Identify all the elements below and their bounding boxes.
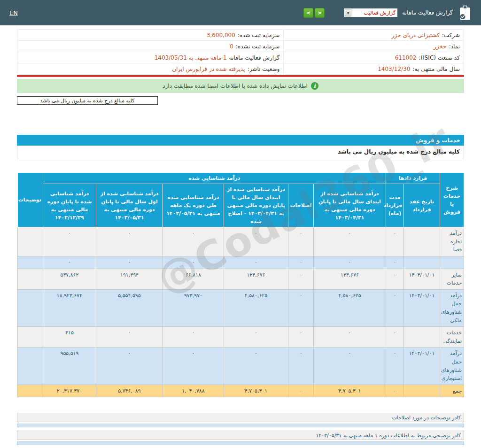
info-label: سرمایه ثبت شده: — [238, 32, 280, 39]
row-label: درآمد حمل شناورهای ملکی — [440, 289, 464, 326]
col-header-revenue-group: درآمد شناسایی شده — [43, 173, 386, 184]
language-switch-link[interactable]: EN — [9, 9, 18, 16]
table-cell: ۰ — [288, 256, 313, 269]
column-subheader: درآمد شناسایی شده از اول سال مالی تا پای… — [96, 184, 163, 227]
table-cell: ۶۶,۸۱۸ — [163, 269, 224, 289]
table-cell: ۰ — [313, 348, 386, 385]
table-cell: ۱۲۴,۶۷۶ — [224, 269, 288, 289]
column-subheader: درآمد شناسایی شده از ابتدای سال مالی تا … — [224, 184, 288, 227]
table-cell: ۱۹۱,۴۹۴ — [96, 269, 163, 289]
col-header-notes: توضیحات — [17, 173, 43, 227]
row-label: درآمد اجاره فضا — [440, 227, 464, 256]
table-cell: ۰ — [386, 269, 403, 289]
table-cell: ۰ — [386, 385, 403, 397]
info-cell-left: سرمایه ثبت شده:3,600,000 — [17, 30, 284, 41]
table-row: ۰۰۰۰۰۰۰ — [17, 256, 464, 269]
info-row: نماد:حخزرسرمایه ثبت نشده:0 — [17, 41, 464, 52]
main-table-body: درآمد اجاره فضا۰۰۰۰۰۰۰۰۰۰۰۰۰۰سایر خدمات۱… — [17, 227, 464, 397]
table-cell: ۴,۷۰۵,۳۰۱ — [224, 385, 288, 397]
table-cell: ۹۵۵,۵۱۹ — [43, 348, 96, 385]
report-select-value: گزارش فعالیت — [364, 10, 396, 16]
note-row: کادر توضیحات در مورد اصلاحات — [17, 413, 464, 422]
table-cell: ۴,۷۰۵,۳۰۱ — [313, 385, 386, 397]
info-label: گزارش فعالیت ماهانه — [229, 54, 280, 61]
main-table-head: شرح خدمات یا فروشقرارد دادهادرآمد شناسای… — [17, 173, 464, 227]
col-header-desc: شرح خدمات یا فروش — [440, 173, 464, 227]
info-label: سال مالی منتهی به: — [412, 66, 460, 72]
row-label: درآمد حمل شناورهای استیجاری — [440, 348, 464, 385]
signed-info-banner: i اطلاعات نمایش داده شده با اطلاعات امضا… — [17, 79, 464, 93]
table-cell: ۰ — [163, 227, 224, 256]
topbar: EN < > گزارش فعالیت ▼ گزارش فعالیت ماهان… — [0, 0, 481, 25]
table-cell: ۰ — [313, 327, 386, 348]
table-cell: ۰ — [224, 348, 288, 385]
table-cell: ۰ — [96, 327, 163, 348]
table-cell: ۰ — [224, 256, 288, 269]
prev-report-button[interactable]: < — [303, 8, 313, 18]
row-label: سایر خدمات — [440, 269, 464, 289]
info-value: 3,600,000 — [207, 32, 235, 39]
info-value: حخزر — [434, 43, 447, 50]
info-cell-left: وضعیت ناشر:پذیرفته شده در فرابورس ایران — [17, 63, 284, 75]
table-cell — [17, 289, 43, 326]
report-type-select[interactable]: گزارش فعالیت ▼ — [344, 8, 397, 17]
table-cell: ۰ — [163, 256, 224, 269]
table-cell — [17, 227, 43, 256]
table-cell: ۰ — [288, 289, 313, 326]
info-cell-right: کد صنعت (ISIC):611002 — [284, 52, 464, 63]
table-cell: ۰ — [288, 327, 313, 348]
info-value: پذیرفته شده در فرابورس ایران — [172, 66, 245, 72]
table-row: خدمات نمایندگی۰۰۰۰۰۰۳۱۵ — [17, 327, 464, 348]
table-cell: ۰ — [288, 269, 313, 289]
col-header-contracts-group: قرارد دادها — [386, 173, 440, 184]
info-icon: i — [311, 82, 318, 90]
info-cell-left: گزارش فعالیت ماهانه1 ماهه منتهی به 1403/… — [17, 52, 284, 63]
table-cell — [17, 348, 43, 385]
table-row: درآمد اجاره فضا۰۰۰۰۰۰۰ — [17, 227, 464, 256]
table-cell: ۰ — [313, 256, 386, 269]
table-cell: ۰ — [224, 227, 288, 256]
row-label: خدمات نمایندگی — [440, 327, 464, 348]
table-cell: ۵,۷۴۶,۰۸۹ — [96, 385, 163, 397]
table-cell: ۱۴۰۳/۰۱/۰۱ — [404, 269, 440, 289]
column-subheader: درآمد شناسایی شده طی دوره یک ماهه منتهی … — [163, 184, 224, 227]
table-cell: ۵۳۷,۸۶۲ — [43, 269, 96, 289]
info-row: کد صنعت (ISIC):611002گزارش فعالیت ماهانه… — [17, 52, 464, 63]
table-cell: ۱,۰۴۰,۷۸۸ — [163, 385, 224, 397]
next-report-button[interactable]: > — [315, 8, 325, 18]
info-row: سال مالی منتهی به:1403/12/30وضعیت ناشر:پ… — [17, 63, 464, 75]
table-cell: ۰ — [96, 256, 163, 269]
table-cell: ۰ — [288, 227, 313, 256]
info-label: نماد: — [449, 43, 460, 50]
table-cell: ۰ — [386, 256, 403, 269]
note-spacer-bar — [17, 441, 464, 445]
table-cell: ۰ — [386, 289, 403, 326]
table-cell: ۰ — [96, 348, 163, 385]
note-spacer-bar — [17, 424, 464, 427]
table-cell: ۰ — [288, 385, 313, 397]
table-cell: ۰ — [386, 327, 403, 348]
table-cell: ۰ — [224, 327, 288, 348]
table-cell: ۰ — [43, 256, 96, 269]
chevron-down-icon: ▼ — [345, 9, 351, 16]
column-subheader: اصلاحات — [288, 184, 313, 227]
table-cell — [17, 269, 43, 289]
info-value: 611002 — [395, 54, 417, 61]
table-cell: ۰ — [163, 348, 224, 385]
table-cell: ۵,۵۵۴,۵۹۵ — [96, 289, 163, 326]
row-label — [440, 256, 464, 269]
table-cell — [404, 256, 440, 269]
table-cell: ۱۴۰۳/۰۱/۰۱ — [404, 348, 440, 385]
table-cell: ۰ — [386, 348, 403, 385]
signed-info-text: اطلاعات نمایش داده شده با اطلاعات امضا ش… — [163, 83, 308, 89]
table-cell — [404, 327, 440, 348]
table-cell: ۴,۵۸۰,۶۲۵ — [224, 289, 288, 326]
note-row: کادر توضیحی مربوط به اطلاعات دوره ۱ ماهه… — [17, 431, 464, 440]
info-value: 1403/12/30 — [378, 66, 410, 72]
table-cell — [404, 385, 440, 397]
info-cell-right: نماد:حخزر — [284, 41, 464, 52]
info-label: وضعیت ناشر: — [248, 66, 280, 72]
info-value: 0 — [230, 43, 233, 50]
info-label: سرمایه ثبت نشده: — [236, 43, 280, 50]
table-cell: ۱۸,۹۲۳,۶۷۴ — [43, 289, 96, 326]
